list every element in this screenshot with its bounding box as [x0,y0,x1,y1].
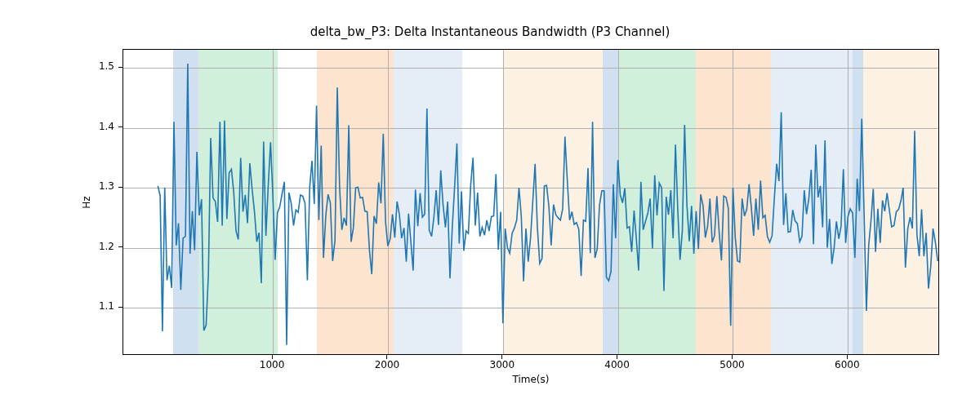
x-tick-label: 6000 [826,359,867,370]
y-tick [118,126,122,127]
x-tick-label: 2000 [367,359,408,370]
x-tick-label: 5000 [711,359,752,370]
y-tick-label: 1.5 [82,60,114,72]
y-tick [118,187,122,188]
x-axis-label: Time(s) [122,374,939,385]
y-tick [118,307,122,308]
line-plot [123,50,939,355]
y-tick [118,246,122,247]
figure: delta_bw_P3: Delta Instantaneous Bandwid… [0,0,980,408]
x-tick-label: 1000 [252,359,292,370]
x-tick-label: 4000 [597,359,638,370]
y-tick-label: 1.3 [82,180,114,192]
x-tick-label: 3000 [482,359,523,370]
y-tick-label: 1.1 [82,300,114,312]
y-tick-label: 1.2 [82,241,114,252]
y-tick [118,67,122,68]
plot-area [122,49,939,355]
chart-title: delta_bw_P3: Delta Instantaneous Bandwid… [0,24,980,39]
y-tick-label: 1.4 [82,121,114,132]
